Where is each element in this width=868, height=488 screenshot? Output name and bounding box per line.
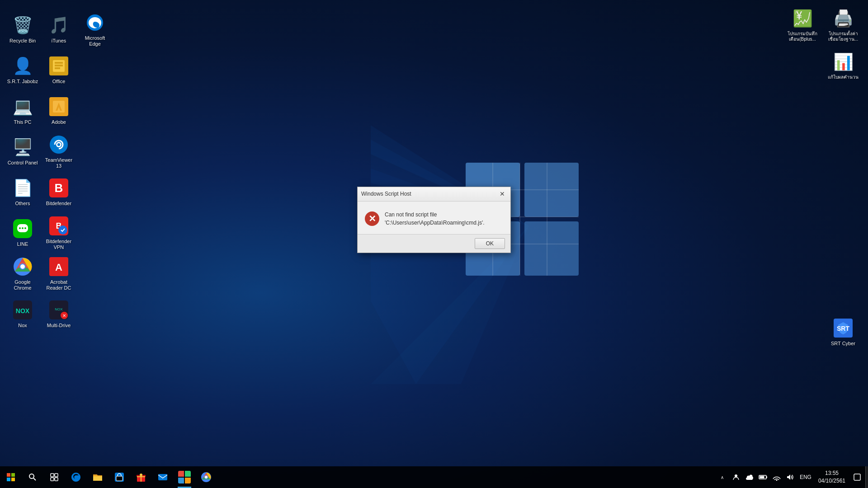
microsoft-edge-icon[interactable]: Microsoft Edge xyxy=(77,9,113,50)
svg-rect-50 xyxy=(11,473,15,477)
google-chrome-label: Google Chrome xyxy=(6,279,39,291)
control-panel-icon[interactable]: 🖥️ Control Panel xyxy=(5,131,41,172)
tray-expand[interactable]: ∧ xyxy=(716,466,729,488)
icon-row-2: 💻 This PC Adobe xyxy=(5,90,113,131)
icon-row-1: 👤 S.R.T. Jabobz Office xyxy=(5,50,113,90)
tray-cloud[interactable] xyxy=(743,466,756,488)
start-button[interactable] xyxy=(0,466,22,488)
acrobat-reader-icon[interactable]: A Acrobat Reader DC xyxy=(41,253,77,294)
srt-cyber-image: SRT xyxy=(832,317,854,339)
svg-rect-5 xyxy=(524,163,579,217)
acrobat-image: A xyxy=(48,256,70,277)
office-image xyxy=(48,55,70,77)
windows-script-host-dialog[interactable]: Windows Script Host ✕ ✕ Can not find scr… xyxy=(357,187,511,253)
tray-battery[interactable] xyxy=(757,466,769,488)
line-icon[interactable]: LINE xyxy=(5,212,41,253)
network-icon xyxy=(773,474,781,481)
dialog-footer: OK xyxy=(358,234,510,253)
svg-rect-77 xyxy=(854,474,860,480)
itunes-icon[interactable]: 🎵 iTunes xyxy=(41,9,77,50)
svg-point-38 xyxy=(20,264,25,269)
bitdefender-image: B xyxy=(48,177,70,199)
dialog-message: Can not find script file 'C:\Users\user\… xyxy=(385,211,485,227)
svg-rect-58 xyxy=(55,478,58,481)
svg-rect-31 xyxy=(24,227,26,229)
taskbar-colorful[interactable] xyxy=(174,466,195,488)
taskview-icon xyxy=(50,473,58,481)
svg-rect-61 xyxy=(116,476,123,481)
svg-rect-56 xyxy=(55,474,58,477)
icon-row-6: Google Chrome A Acrobat Reader DC xyxy=(5,253,113,294)
office-icon[interactable]: Office xyxy=(41,50,77,90)
bitdefender-icon[interactable]: B Bitdefender xyxy=(41,172,77,212)
budget-app-icon[interactable]: 💹 โปรแกรมบันทึกเดือน(Bplus... xyxy=(782,5,823,45)
battery-icon xyxy=(759,474,768,480)
taskbar-clock[interactable]: 13:55 04/10/2561 xyxy=(815,466,849,488)
svg-rect-65 xyxy=(137,476,145,477)
budget-app-label: โปรแกรมบันทึกเดือน(Bplus... xyxy=(788,31,817,42)
bitdefender-vpn-icon[interactable]: B Bitdefender VPN xyxy=(41,212,77,253)
multi-drive-icon[interactable]: NOX✕ Multi-Drive xyxy=(41,294,77,334)
recycle-bin-image: 🗑️ xyxy=(12,14,33,36)
tray-volume[interactable] xyxy=(784,466,797,488)
multi-drive-label: Multi-Drive xyxy=(47,323,71,328)
taskbar-gift[interactable] xyxy=(130,466,152,488)
svg-point-53 xyxy=(29,474,34,479)
desktop: 🗑️ Recycle Bin 🎵 iTunes Microsoft Edge 👤… xyxy=(0,0,868,488)
show-desktop[interactable] xyxy=(865,466,868,488)
person-icon xyxy=(732,474,740,481)
dialog-ok-button[interactable]: OK xyxy=(475,238,505,249)
cloud-icon xyxy=(745,474,754,480)
dialog-close-button[interactable]: ✕ xyxy=(498,189,507,198)
others-icon[interactable]: 📄 Others xyxy=(5,172,41,212)
error-icon: ✕ xyxy=(365,211,379,226)
taskbar-mail[interactable] xyxy=(152,466,174,488)
acrobat-label: Acrobat Reader DC xyxy=(42,279,75,291)
taskview-button[interactable] xyxy=(43,466,65,488)
taskbar-chrome[interactable] xyxy=(195,466,217,488)
google-chrome-icon[interactable]: Google Chrome xyxy=(5,253,41,294)
colorful-green xyxy=(185,471,191,477)
taskbar-apps xyxy=(65,466,716,488)
icon-row-4: 📄 Others B Bitdefender xyxy=(5,172,113,212)
teamviewer-label: TeamViewer 13 xyxy=(42,157,75,169)
print-app-icon[interactable]: 🖨️ โปรแกรมตั้งค่าเชื่อมโยงฐาน... xyxy=(823,5,863,45)
calc-app-image: 📊 xyxy=(832,51,854,73)
taskbar-store[interactable] xyxy=(108,466,130,488)
taskbar: ∧ xyxy=(0,466,868,488)
taskbar-edge[interactable] xyxy=(65,466,87,488)
tray-network[interactable] xyxy=(770,466,783,488)
icon-row-right-0: 💹 โปรแกรมบันทึกเดือน(Bplus... 🖨️ โปรแกรม… xyxy=(782,5,863,45)
taskbar-notification[interactable] xyxy=(850,466,864,488)
edge-image xyxy=(84,12,106,33)
dialog-titlebar: Windows Script Host ✕ xyxy=(358,187,510,202)
adobe-icon[interactable]: Adobe xyxy=(41,90,77,131)
tray-person[interactable] xyxy=(730,466,742,488)
recycle-bin-icon[interactable]: 🗑️ Recycle Bin xyxy=(5,9,41,50)
this-pc-label: This PC xyxy=(14,119,31,125)
teamviewer-icon[interactable]: TeamViewer 13 xyxy=(41,131,77,172)
nox-image: NOX xyxy=(12,299,33,321)
chrome-taskbar-icon xyxy=(201,472,212,483)
taskbar-tray: ∧ xyxy=(716,466,868,488)
others-label: Others xyxy=(15,201,30,206)
colorful-yellow xyxy=(185,478,191,483)
svg-rect-7 xyxy=(524,221,579,276)
line-image xyxy=(12,218,33,239)
tray-language[interactable]: ENG xyxy=(797,466,814,488)
print-app-label: โปรแกรมตั้งค่าเชื่อมโยงฐาน... xyxy=(828,31,858,42)
svg-text:B: B xyxy=(55,181,63,195)
svg-point-76 xyxy=(776,480,777,481)
clock-date: 04/10/2561 xyxy=(818,477,845,485)
srt-cyber-icon[interactable]: SRT SRT Cyber xyxy=(823,312,863,352)
volume-icon xyxy=(786,474,794,481)
svg-text:NOX: NOX xyxy=(55,307,63,311)
svg-rect-17 xyxy=(55,62,63,64)
calc-app-icon[interactable]: 📊 แก้ใบผลคำนวน xyxy=(823,45,863,86)
nox-icon[interactable]: NOX Nox xyxy=(5,294,41,334)
taskbar-explorer[interactable] xyxy=(87,466,108,488)
search-button[interactable] xyxy=(22,466,43,488)
this-pc-icon[interactable]: 💻 This PC xyxy=(5,90,41,131)
srt-jabobz-icon[interactable]: 👤 S.R.T. Jabobz xyxy=(5,50,41,90)
multi-drive-image: NOX✕ xyxy=(48,299,70,321)
